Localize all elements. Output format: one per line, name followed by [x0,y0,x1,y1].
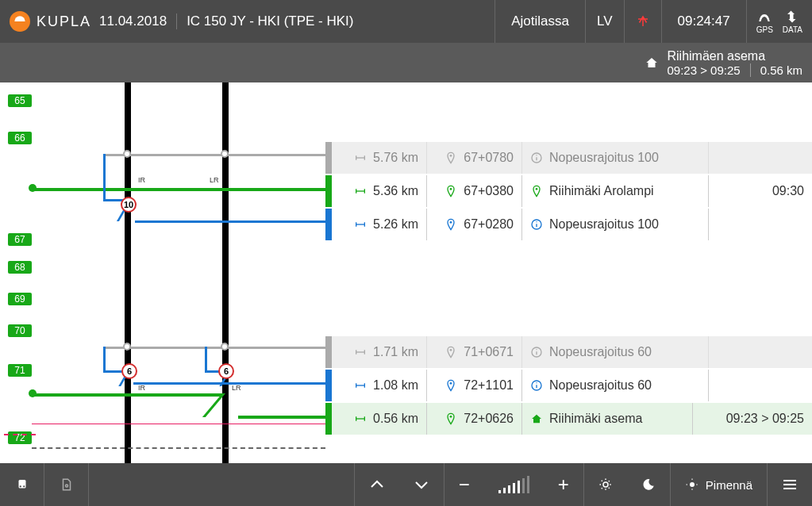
gps-status: GPS [756,10,773,34]
svg-point-13 [536,188,538,190]
sun-icon [598,477,613,492]
train-icon [15,477,29,492]
event-desc: Nopeusrajoitus 60 [522,370,709,401]
event-desc: Nopeusrajoitus 100 [522,209,709,240]
svg-point-20 [536,221,537,222]
event-distance: 0.56 km [332,403,427,435]
km-marker: 67 [8,233,32,246]
svg-line-50 [602,488,603,489]
svg-point-41 [23,485,25,487]
track-left [125,82,131,463]
event-row[interactable]: 5.36 km67+0380Riihimäki Arolampi09:30 [325,175,812,207]
svg-point-27 [536,349,537,350]
svg-point-34 [536,382,537,383]
station-dist: 0.56 km [760,63,802,77]
svg-point-24 [450,349,452,351]
event-row[interactable]: 5.26 km67+0280Nopeusrajoitus 100 [325,209,812,240]
brightness-button[interactable] [584,463,627,506]
moon-icon [641,477,656,492]
status-icons: GPS DATA [746,0,812,43]
svg-point-5 [450,155,452,157]
data-icon [785,10,799,24]
down-button[interactable] [399,463,444,506]
dim-button[interactable]: Pimennä [671,463,767,506]
km-marker: 70 [8,324,32,337]
track-label-lr-2: LR [232,384,241,392]
bottom-bar: − + Pimennä [0,463,812,506]
svg-line-48 [602,481,603,482]
lv-cell[interactable]: LV [585,0,624,43]
event-location: 71+0671 [427,336,522,368]
event-time [709,209,812,240]
vol-up-button[interactable]: + [544,463,583,506]
event-row[interactable]: 1.71 km71+0671Nopeusrajoitus 60 [325,336,812,368]
track-label-ir: IR [138,176,145,184]
event-location: 67+0780 [427,142,522,174]
menu-button[interactable] [768,463,812,506]
chevron-up-icon [369,479,385,490]
svg-point-17 [450,221,452,224]
speed-badge: 10 [121,197,137,213]
chevron-down-icon [414,479,429,490]
track-right [222,82,229,463]
logo-icon [10,11,30,32]
event-row[interactable]: 1.08 km72+1101Nopeusrajoitus 60 [325,370,812,401]
event-time [709,370,812,401]
event-location: 67+0280 [427,209,522,240]
event-row[interactable]: 5.76 km67+0780Nopeusrajoitus 100 [325,142,812,174]
event-time [709,336,812,368]
menu-icon [782,478,798,491]
track-label-ir-2: IR [138,384,145,392]
data-status: DATA [783,10,802,34]
night-button[interactable] [627,463,670,506]
svg-point-52 [690,482,695,487]
event-desc: Nopeusrajoitus 100 [522,142,709,174]
volume-level [484,463,544,506]
up-button[interactable] [355,463,399,506]
svg-point-40 [19,485,21,487]
header-train: IC 150 JY - HKI (TPE - HKI) [176,13,363,29]
dim-icon [685,477,699,492]
home-icon [645,56,659,70]
km-marker: 69 [8,293,32,305]
subheader: Riihimäen asema 09:23 > 09:25 0.56 km [0,43,812,82]
event-desc: Riihimäki Arolampi [522,175,709,207]
mode-cell[interactable]: Ajotilassa [495,0,585,43]
svg-point-8 [536,155,537,155]
svg-point-43 [603,482,608,487]
svg-point-12 [450,188,452,190]
event-time [709,142,812,174]
svg-line-51 [609,481,610,482]
event-distance: 5.76 km [332,142,427,174]
km-marker: 65 [8,94,32,107]
speed-badge: 6 [121,363,137,379]
event-distance: 1.71 km [332,336,427,368]
clock-cell: 09:24:47 [661,0,746,43]
svg-line-49 [609,488,610,489]
antenna-icon [636,14,650,29]
antenna-cell[interactable] [624,0,661,43]
gps-icon [757,10,772,24]
speed-badge: 6 [218,363,234,379]
svg-point-42 [65,485,67,487]
event-distance: 5.26 km [332,209,427,240]
event-time: 09:23 > 09:25 [693,403,812,435]
km-marker: 68 [8,261,32,274]
vol-down-button[interactable]: − [444,463,484,506]
event-time: 09:30 [709,175,812,207]
track-diagram: 6566676869707172 IR LR IR LR 1066 5.76 k… [0,82,812,463]
train-view-button[interactable] [0,463,44,506]
top-header: KUPLA 11.04.2018 IC 150 JY - HKI (TPE - … [0,0,812,43]
next-station: Riihimäen asema [667,49,765,63]
event-desc: Nopeusrajoitus 60 [522,336,709,368]
event-row[interactable]: 0.56 km72+0626Riihimäki asema09:23 > 09:… [325,403,812,435]
doc-icon [60,477,74,492]
event-location: 67+0380 [427,175,522,207]
km-marker: 66 [8,132,32,144]
doc-button[interactable] [44,463,89,506]
svg-point-38 [450,416,452,418]
station-times: 09:23 > 09:25 [667,63,750,77]
event-desc: Riihimäki asema [522,403,693,435]
app-name: KUPLA [37,13,91,30]
svg-point-31 [450,382,452,385]
